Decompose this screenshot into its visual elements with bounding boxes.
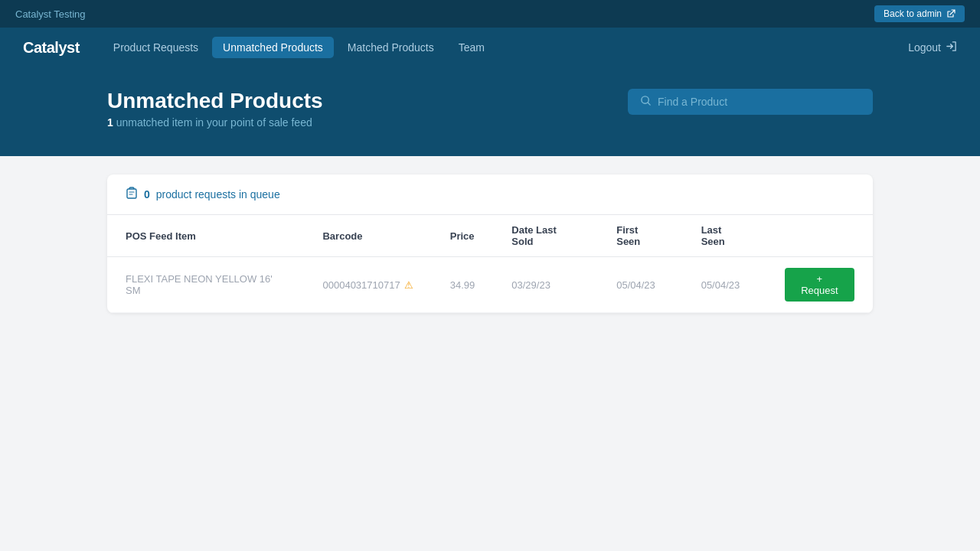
date-last-sold-cell: 03/29/23: [493, 257, 598, 313]
first-seen-cell: 05/04/23: [598, 257, 682, 313]
nav-bar: Catalyst Product Requests Unmatched Prod…: [0, 28, 980, 67]
nav-link-team[interactable]: Team: [448, 37, 495, 58]
nav-right: Logout: [908, 41, 957, 54]
table-row: FLEXI TAPE NEON YELLOW 16' SM 0000403171…: [107, 257, 873, 313]
request-btn-cell: + Request: [766, 257, 873, 313]
barcode-value: 00004031710717 ⚠: [322, 279, 413, 291]
col-last-seen: Last Seen: [683, 215, 766, 257]
nav-link-unmatched-products[interactable]: Unmatched Products: [212, 37, 334, 58]
page-subtitle: 1 unmatched item in your point of sale f…: [107, 116, 323, 129]
queue-count: 0: [144, 188, 150, 201]
clipboard-icon: [126, 187, 138, 202]
back-to-admin-button[interactable]: Back to admin: [874, 5, 965, 22]
barcode-cell: 00004031710717 ⚠: [304, 257, 431, 313]
search-box: [628, 89, 873, 115]
unmatched-count: 1: [107, 116, 113, 129]
top-bar-title: Catalyst Testing: [15, 8, 86, 20]
last-seen-cell: 05/04/23: [683, 257, 766, 313]
col-first-seen: First Seen: [598, 215, 682, 257]
col-price: Price: [432, 215, 494, 257]
products-card: 0 product requests in queue POS Feed Ite…: [107, 174, 873, 313]
table-header-row: POS Feed Item Barcode Price Date Last So…: [107, 215, 873, 257]
queue-label: product requests in queue: [156, 188, 280, 201]
price-cell: 34.99: [432, 257, 494, 313]
nav-logo: Catalyst: [23, 39, 80, 57]
top-bar: Catalyst Testing Back to admin: [0, 0, 980, 28]
external-link-icon: [946, 9, 956, 18]
col-action: [766, 215, 873, 257]
logout-icon: [946, 41, 957, 54]
col-date-last-sold: Date Last Sold: [493, 215, 598, 257]
products-table: POS Feed Item Barcode Price Date Last So…: [107, 215, 873, 313]
col-pos-feed-item: POS Feed Item: [107, 215, 304, 257]
logout-label: Logout: [908, 41, 941, 54]
hero-text: Unmatched Products 1 unmatched item in y…: [107, 89, 323, 129]
col-barcode: Barcode: [304, 215, 431, 257]
subtitle-text: unmatched item in your point of sale fee…: [116, 116, 312, 129]
logout-button[interactable]: Logout: [908, 41, 957, 54]
hero-section: Unmatched Products 1 unmatched item in y…: [0, 67, 980, 156]
search-icon: [640, 95, 652, 109]
warning-icon: ⚠: [404, 279, 413, 291]
nav-link-matched-products[interactable]: Matched Products: [337, 37, 445, 58]
search-input[interactable]: [658, 96, 861, 108]
request-button[interactable]: + Request: [785, 268, 854, 302]
main-content: 0 product requests in queue POS Feed Ite…: [0, 156, 980, 331]
pos-feed-item-cell: FLEXI TAPE NEON YELLOW 16' SM: [107, 257, 304, 313]
nav-link-product-requests[interactable]: Product Requests: [103, 37, 209, 58]
back-to-admin-label: Back to admin: [884, 8, 942, 19]
page-title: Unmatched Products: [107, 89, 323, 113]
queue-row: 0 product requests in queue: [107, 174, 873, 215]
svg-rect-1: [127, 189, 136, 198]
nav-left: Catalyst Product Requests Unmatched Prod…: [23, 37, 495, 58]
nav-links: Product Requests Unmatched Products Matc…: [103, 37, 495, 58]
